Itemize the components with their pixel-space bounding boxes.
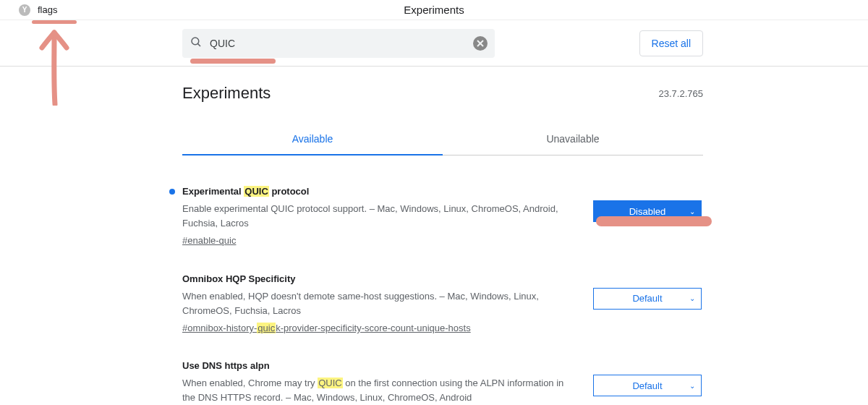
search-box[interactable] [182,29,495,58]
experiment-row: Omnibox HQP Specificity When enabled, HQ… [182,249,703,336]
experiment-select[interactable]: Default ⌄ [593,288,702,310]
main-content: Experiments 23.7.2.765 Available Unavail… [182,67,703,405]
select-value: Default [632,293,662,304]
modified-indicator-icon [169,189,175,195]
experiment-description: Enable experimental QUIC protocol suppor… [182,202,570,231]
select-value: Default [632,380,662,391]
experiment-select[interactable]: Default ⌄ [593,375,702,396]
tabs: Available Unavailable [182,123,703,155]
toolbar: Reset all [0,20,868,67]
highlight: QUIC [244,186,269,197]
reset-all-button[interactable]: Reset all [639,30,703,56]
experiment-row: Use DNS https alpn When enabled, Chrome … [182,336,703,405]
experiment-description: When enabled, HQP doesn't demote same-ho… [182,289,570,318]
search-icon [190,35,203,51]
experiment-title: Omnibox HQP Specificity [182,272,296,286]
search-input[interactable] [210,38,473,49]
experiment-title: Use DNS https alpn [182,359,270,373]
version-text: 23.7.2.765 [659,88,703,99]
experiment-hash-link[interactable]: #omnibox-history-quick-provider-specific… [182,321,471,336]
experiment-select[interactable]: Disabled ⌄ [593,200,702,222]
tab-title: flags [38,4,57,15]
chevron-down-icon: ⌄ [689,208,695,216]
experiment-title: Experimental QUIC protocol [182,184,309,199]
chevron-down-icon: ⌄ [689,294,695,302]
experiment-description: When enabled, Chrome may try QUIC on the… [182,376,570,405]
experiments-heading: Experiments [182,84,271,103]
select-value: Disabled [629,206,666,217]
favicon-icon: Y [19,4,30,16]
page-title-header: Experiments [404,4,464,16]
tab-unavailable[interactable]: Unavailable [443,123,703,155]
clear-search-button[interactable] [473,36,488,51]
highlight: QUIC [318,378,343,388]
window-header: Y flags Experiments [0,0,868,20]
tab-available[interactable]: Available [182,123,443,155]
highlight: quic [257,323,276,333]
experiment-row: Experimental QUIC protocol Enable experi… [182,155,703,249]
chevron-down-icon: ⌄ [689,382,695,390]
svg-line-1 [197,43,200,46]
svg-point-0 [192,38,199,45]
experiment-hash-link[interactable]: #enable-quic [182,234,236,248]
